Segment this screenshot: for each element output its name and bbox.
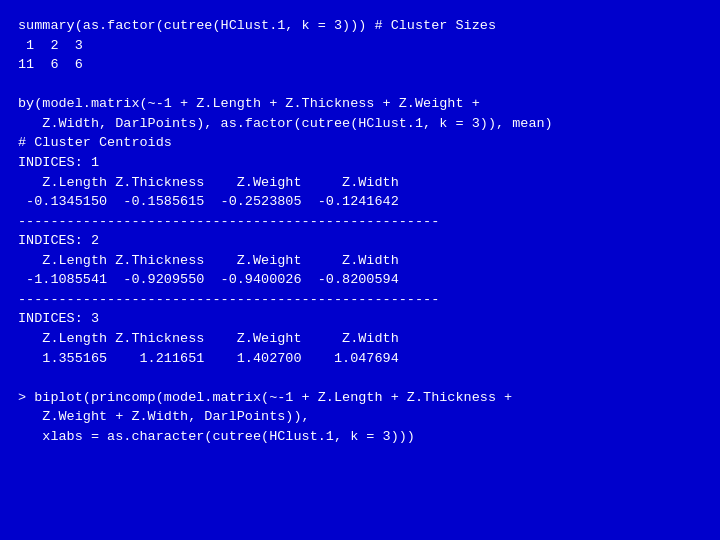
terminal-output: summary(as.factor(cutree(HClust.1, k = 3… — [0, 0, 720, 540]
